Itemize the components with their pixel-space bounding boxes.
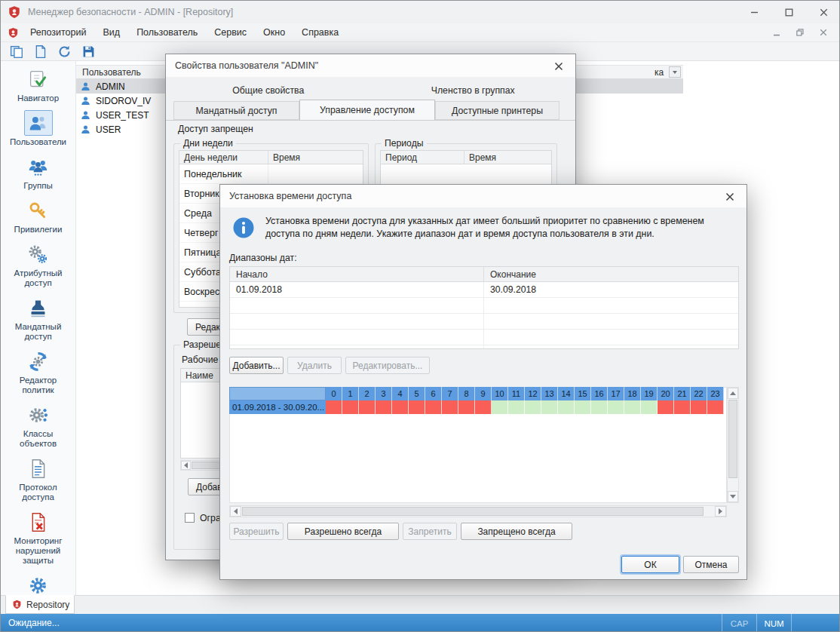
hour-header-cell[interactable]: 22	[691, 387, 707, 400]
end-column-header[interactable]: Окончание	[484, 267, 738, 281]
hour-state-cell-allowed[interactable]	[525, 400, 541, 414]
hour-state-cell-allowed[interactable]	[624, 400, 641, 414]
hour-state-cell-denied[interactable]	[359, 400, 376, 414]
hour-state-cell-denied[interactable]	[707, 400, 724, 414]
mdi-minimize-button[interactable]	[768, 26, 785, 39]
sidebar-item[interactable]: Редакторполитик	[20, 348, 57, 395]
hour-header-cell[interactable]: 18	[624, 387, 641, 400]
hour-state-cell-denied[interactable]	[409, 400, 425, 414]
hour-header-cell[interactable]: 1	[342, 387, 359, 400]
date-range-row[interactable]: 01.09.2018 30.09.2018	[230, 282, 738, 298]
hour-header-cell[interactable]: 20	[658, 387, 674, 400]
week-row[interactable]: Понедельник	[179, 164, 363, 184]
time-column-header[interactable]: Время	[268, 151, 363, 164]
hour-header-cell[interactable]: 16	[591, 387, 608, 400]
menu-item[interactable]: Репозиторий	[22, 23, 95, 41]
hour-state-cell-denied[interactable]	[342, 400, 359, 414]
hour-header-cell[interactable]: 2	[359, 387, 376, 400]
hour-state-cell-denied[interactable]	[691, 400, 707, 414]
maximize-button[interactable]	[771, 1, 806, 23]
hour-header-cell[interactable]: 9	[475, 387, 492, 400]
tab-available-printers[interactable]: Доступные принтеры	[435, 101, 559, 120]
scroll-left-button[interactable]	[230, 506, 241, 517]
hour-header-cell[interactable]: 6	[425, 387, 442, 400]
hour-state-cell-denied[interactable]	[475, 400, 492, 414]
refresh-button[interactable]	[55, 43, 73, 60]
ok-button[interactable]: ОК	[621, 556, 679, 573]
hour-header-cell[interactable]: 19	[641, 387, 658, 400]
scroll-down-button[interactable]	[728, 491, 738, 502]
grid-corner-cell[interactable]	[229, 387, 326, 400]
hour-header-cell[interactable]: 7	[442, 387, 458, 400]
hour-state-cell-allowed[interactable]	[492, 400, 508, 414]
menu-item[interactable]: Вид	[95, 23, 129, 41]
vertical-scroll-thumb[interactable]	[728, 400, 737, 478]
grid-row-label[interactable]: 01.09.2018 - 30.09.20...	[229, 400, 326, 414]
hour-state-cell-denied[interactable]	[425, 400, 442, 414]
allow-always-button[interactable]: Разрешено всегда	[287, 523, 399, 540]
horizontal-scroll-thumb[interactable]	[242, 507, 704, 516]
tab-general-properties[interactable]: Общие свойства	[166, 81, 371, 100]
hour-state-cell-denied[interactable]	[392, 400, 409, 414]
tab-access-control[interactable]: Управление доступом	[299, 100, 435, 120]
sidebar-item[interactable]: Атрибутныйдоступ	[14, 241, 63, 288]
sidebar-item[interactable]: Протоколдоступа	[19, 456, 57, 502]
hour-header-cell[interactable]: 21	[674, 387, 691, 400]
hour-header-cell[interactable]: 3	[376, 387, 392, 400]
sidebar-item[interactable]: Мандатныйдоступ	[15, 295, 62, 342]
cancel-button[interactable]: Отмена	[683, 556, 739, 573]
hour-header-cell[interactable]: 5	[409, 387, 425, 400]
hour-header-cell[interactable]: 23	[707, 387, 724, 400]
sidebar-item[interactable]: Мониторингнарушенийзащиты	[14, 509, 63, 566]
sidebar-item[interactable]: Группы	[23, 154, 52, 191]
tab-mandatory-access[interactable]: Мандатный доступ	[173, 101, 299, 120]
menu-item[interactable]: Сервис	[206, 23, 255, 41]
menu-item[interactable]: Окно	[255, 23, 293, 41]
hour-state-cell-allowed[interactable]	[558, 400, 575, 414]
hour-state-cell-denied[interactable]	[442, 400, 458, 414]
tab-group-membership[interactable]: Членство в группах	[371, 81, 576, 100]
deny-always-button[interactable]: Запрещено всегда	[461, 523, 572, 540]
hour-state-cell-allowed[interactable]	[641, 400, 658, 414]
mdi-restore-button[interactable]	[792, 26, 808, 39]
new-window-button[interactable]	[7, 43, 25, 60]
hour-state-cell-allowed[interactable]	[608, 400, 624, 414]
hour-state-cell-allowed[interactable]	[591, 400, 608, 414]
horizontal-scrollbar[interactable]	[229, 505, 727, 517]
scroll-right-button[interactable]	[715, 506, 726, 517]
menu-item[interactable]: Справка	[293, 23, 347, 41]
header-filter-button[interactable]	[669, 66, 681, 78]
sidebar-item[interactable]: Классыобъектов	[20, 402, 57, 449]
start-column-header[interactable]: Начало	[230, 267, 484, 281]
user-column-header[interactable]: Пользователь	[82, 67, 141, 78]
props-dialog-close-button[interactable]	[550, 60, 568, 72]
period-time-column-header[interactable]: Время	[464, 151, 551, 164]
vertical-scrollbar[interactable]	[727, 387, 739, 503]
hour-header-cell[interactable]: 10	[492, 387, 508, 400]
document-button[interactable]	[31, 43, 49, 60]
hour-state-cell-denied[interactable]	[458, 400, 475, 414]
hour-state-cell-allowed[interactable]	[575, 400, 591, 414]
hour-header-cell[interactable]: 14	[558, 387, 575, 400]
time-dialog-close-button[interactable]	[721, 190, 739, 203]
sidebar-item[interactable]: Привилегии	[14, 198, 63, 235]
hour-header-cell[interactable]: 8	[458, 387, 475, 400]
hour-header-cell[interactable]: 17	[608, 387, 624, 400]
scroll-up-button[interactable]	[728, 388, 738, 399]
day-column-header[interactable]: День недели	[179, 151, 268, 164]
add-range-button[interactable]: Добавить...	[229, 357, 284, 374]
restrict-checkbox[interactable]	[185, 513, 195, 523]
hour-header-cell[interactable]: 13	[541, 387, 558, 400]
hour-state-cell-denied[interactable]	[658, 400, 674, 414]
hour-state-cell-allowed[interactable]	[508, 400, 525, 414]
hour-state-cell-denied[interactable]	[674, 400, 691, 414]
hour-header-cell[interactable]: 12	[525, 387, 541, 400]
menu-item[interactable]: Пользователь	[128, 23, 206, 41]
hour-header-cell[interactable]: 0	[326, 387, 342, 400]
minimize-button[interactable]	[737, 1, 771, 23]
mdi-close-button[interactable]	[815, 26, 832, 39]
save-button[interactable]	[79, 43, 97, 60]
hour-state-cell-denied[interactable]	[326, 400, 342, 414]
sidebar-item[interactable]: С​ервис	[23, 572, 53, 595]
hour-state-cell-allowed[interactable]	[541, 400, 558, 414]
